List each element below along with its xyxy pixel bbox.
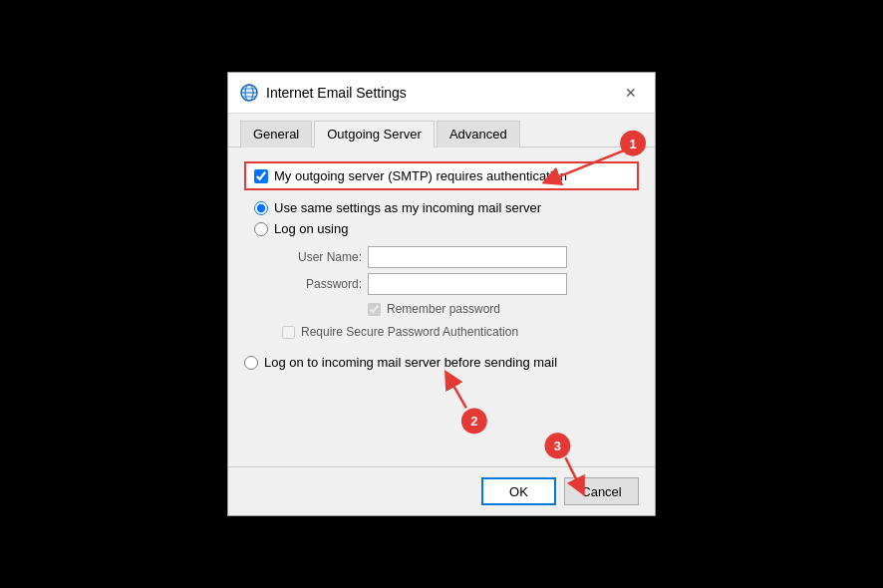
require-secure-row: Require Secure Password Authentication: [282, 325, 639, 339]
username-input[interactable]: [368, 246, 567, 268]
use-same-settings-row: Use same settings as my incoming mail se…: [254, 200, 639, 215]
use-same-settings-radio[interactable]: [254, 201, 268, 215]
tab-bar: General Outgoing Server Advanced: [228, 114, 655, 147]
ok-button[interactable]: OK: [481, 477, 556, 505]
password-label: Password:: [282, 277, 362, 291]
log-on-using-radio[interactable]: [254, 222, 268, 236]
password-input[interactable]: [368, 273, 567, 295]
credentials-fields: User Name: Password: Remember password R…: [254, 246, 639, 339]
log-on-incoming-row: Log on to incoming mail server before se…: [244, 355, 639, 370]
username-label: User Name:: [282, 250, 362, 264]
log-on-incoming-radio[interactable]: [244, 356, 258, 370]
tab-content: My outgoing server (SMTP) requires authe…: [228, 147, 655, 466]
use-same-settings-label: Use same settings as my incoming mail se…: [274, 200, 541, 215]
tab-advanced[interactable]: Advanced: [437, 121, 520, 147]
cancel-button[interactable]: Cancel: [564, 477, 639, 505]
auth-method-group: Use same settings as my incoming mail se…: [244, 200, 639, 339]
password-row: Password:: [282, 273, 639, 295]
log-on-incoming-label: Log on to incoming mail server before se…: [264, 355, 557, 370]
dialog-title: Internet Email Settings: [266, 85, 407, 101]
log-on-using-label: Log on using: [274, 221, 348, 236]
require-secure-label: Require Secure Password Authentication: [301, 325, 518, 339]
remember-password-label: Remember password: [387, 302, 500, 316]
smtp-auth-label: My outgoing server (SMTP) requires authe…: [274, 168, 567, 183]
title-bar: Internet Email Settings ✕: [228, 73, 655, 114]
smtp-auth-checkbox[interactable]: [254, 169, 268, 183]
remember-password-checkbox[interactable]: [368, 303, 381, 316]
tab-general[interactable]: General: [240, 121, 312, 147]
require-secure-checkbox[interactable]: [282, 326, 295, 339]
dialog-footer: OK Cancel: [228, 466, 655, 515]
remember-password-row: Remember password: [282, 302, 639, 316]
internet-email-settings-dialog: Internet Email Settings ✕ General Outgoi…: [227, 72, 656, 516]
close-button[interactable]: ✕: [619, 81, 643, 105]
smtp-auth-row: My outgoing server (SMTP) requires authe…: [244, 161, 639, 190]
tab-outgoing-server[interactable]: Outgoing Server: [314, 121, 435, 147]
globe-icon: [240, 84, 258, 102]
username-row: User Name:: [282, 246, 639, 268]
log-on-using-row: Log on using: [254, 221, 639, 236]
